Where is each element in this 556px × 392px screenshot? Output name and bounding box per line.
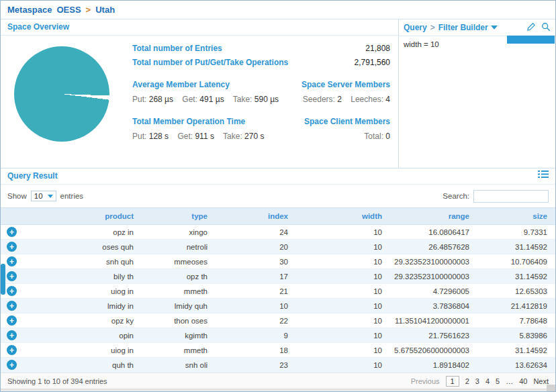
breadcrumb-metaspace-label[interactable]: Metaspace — [7, 5, 52, 15]
space-stats: Total number of Entries 21,808 Total num… — [132, 41, 390, 162]
kv-value: 268 µs — [149, 95, 173, 104]
page-number[interactable]: 5 — [496, 377, 500, 385]
table-cell: 10 — [296, 328, 390, 343]
pencil-icon — [526, 22, 536, 34]
expand-row-button[interactable]: + — [7, 301, 17, 311]
total-member-operation-time: Total Member Operation Time Put: 128 s G… — [132, 117, 271, 141]
client-member-values: Total: 0 — [304, 132, 390, 141]
page-number[interactable]: 40 — [519, 377, 527, 385]
next-page-button[interactable]: Next — [533, 377, 549, 385]
group-title: Space Server Members — [296, 80, 390, 89]
page-number[interactable]: 1 — [446, 376, 459, 387]
kv-value: 911 s — [195, 132, 214, 141]
table-cell: 5.83986 — [477, 328, 555, 343]
edit-query-button[interactable] — [526, 22, 536, 34]
query-panel: Query > Filter Builder width = 10 — [399, 19, 555, 168]
query-header: Query > Filter Builder — [399, 19, 555, 36]
run-query-button[interactable] — [541, 22, 551, 34]
space-usage-pie-chart — [14, 46, 109, 142]
group-title: Average Member Latency — [132, 80, 285, 89]
table-controls: Show 10 entries Search: — [1, 185, 555, 207]
column-header-product[interactable]: product — [28, 208, 142, 225]
table-cell: lmidy quh — [142, 299, 216, 313]
table-cell: 29.323523100000003 — [390, 269, 477, 284]
page-number[interactable]: 2 — [465, 377, 469, 385]
table-row: +uiog inmmeth18105.675520600000000331.14… — [1, 343, 555, 358]
server-member-values: Seeders: 2 Leeches: 4 — [296, 95, 390, 104]
expand-row-button[interactable]: + — [7, 242, 17, 252]
table-row: +bily thopz th171029.32352310000000331.1… — [1, 269, 555, 284]
expand-row-button[interactable]: + — [7, 271, 17, 281]
stat-value: 2,791,560 — [355, 58, 390, 67]
row-expand-cell: + — [1, 313, 28, 328]
stat-group-row: Total Member Operation Time Put: 128 s G… — [132, 117, 390, 141]
left-scrollbar-thumb[interactable] — [1, 264, 5, 295]
table-cell: 10 — [296, 343, 390, 358]
previous-page-button[interactable]: Previous — [411, 377, 440, 385]
view-options-button[interactable] — [538, 168, 549, 184]
query-scrollbar-thumb[interactable] — [507, 36, 555, 44]
column-header-index[interactable]: index — [216, 208, 296, 225]
kv-key: Take: — [233, 95, 252, 104]
kv-key: Put: — [132, 95, 146, 104]
row-expand-cell: + — [1, 343, 28, 358]
filter-builder-label: Filter Builder — [438, 23, 488, 32]
table-cell: mmeth — [142, 343, 216, 358]
expand-row-button[interactable]: + — [7, 256, 17, 266]
row-expand-cell: + — [1, 299, 28, 313]
group-title: Space Client Members — [304, 117, 390, 126]
expand-row-button[interactable]: + — [7, 315, 17, 326]
expand-row-button[interactable]: + — [7, 345, 17, 355]
expand-row-button[interactable]: + — [7, 360, 17, 370]
page-size-select[interactable]: 10 — [31, 191, 56, 201]
table-cell: 4.7296005 — [390, 284, 477, 299]
column-header-width[interactable]: width — [296, 208, 390, 225]
table-row: +lmidy inlmidy quh10103.783680421.412819 — [1, 299, 555, 313]
kv-value: 270 s — [244, 132, 264, 141]
table-cell: snh quh — [28, 254, 142, 269]
breadcrumb-space-link[interactable]: OESS — [56, 5, 81, 15]
search-input[interactable] — [473, 190, 549, 203]
expand-row-button[interactable]: + — [7, 330, 17, 340]
kv-key: Get: — [182, 95, 197, 104]
column-header-size[interactable]: size — [477, 208, 555, 225]
expand-row-button[interactable]: + — [7, 286, 17, 296]
table-cell: 1.8918402 — [390, 358, 477, 373]
space-overview-title: Space Overview — [1, 19, 398, 36]
filter-builder-dropdown[interactable]: Filter Builder — [438, 23, 498, 32]
kv-value: 2 — [337, 95, 342, 104]
table-cell: opz th — [142, 269, 216, 284]
table-row: +uiog inmmeth21104.729600512.65303 — [1, 284, 555, 299]
table-cell: 10 — [296, 299, 390, 313]
kv-key: Get: — [177, 132, 193, 141]
latency-values: Put: 268 µs Get: 491 µs Take: 590 µs — [132, 95, 285, 104]
breadcrumb-current: Utah — [95, 5, 115, 15]
column-header-range[interactable]: range — [390, 208, 477, 225]
table-cell: thon oses — [142, 313, 216, 328]
table-cell: 11.351041200000001 — [390, 313, 477, 328]
avg-member-latency: Average Member Latency Put: 268 µs Get: … — [132, 80, 285, 104]
table-cell: uiog in — [28, 284, 142, 299]
table-cell: snh oli — [142, 358, 216, 373]
group-title: Total Member Operation Time — [132, 117, 271, 126]
horizontal-scrollbar-track[interactable] — [1, 389, 555, 392]
stat-total-entries: Total number of Entries 21,808 — [132, 44, 390, 53]
query-text-area[interactable]: width = 10 — [399, 36, 555, 168]
page-number[interactable]: 3 — [475, 377, 479, 385]
kv-value: 590 µs — [254, 95, 279, 104]
table-cell: 7.78648 — [477, 313, 555, 328]
table-cell: 10 — [216, 299, 296, 313]
table-cell: opin — [28, 328, 142, 343]
table-footer: Showing 1 to 10 of 394 entries Previous … — [1, 373, 555, 389]
table-cell: 20 — [216, 240, 296, 254]
kv-key: Leeches: — [351, 95, 383, 104]
column-header-type[interactable]: type — [142, 208, 216, 225]
table-cell: 13.62634 — [477, 358, 555, 373]
page-number[interactable]: 4 — [485, 377, 490, 385]
table-cell: bily th — [28, 269, 142, 284]
kv-key: Put: — [132, 132, 146, 141]
table-cell: 17 — [216, 269, 296, 284]
kv-value: 4 — [385, 95, 390, 104]
expand-row-button[interactable]: + — [7, 227, 17, 237]
row-expand-cell: + — [1, 328, 28, 343]
